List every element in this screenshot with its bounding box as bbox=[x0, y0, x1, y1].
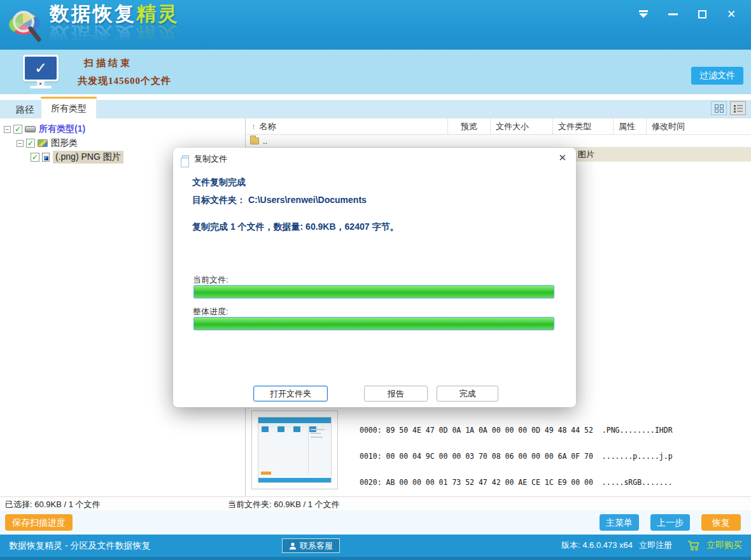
list-view-icon bbox=[734, 104, 743, 113]
app-title-main: 数据恢复 bbox=[50, 3, 136, 25]
recover-button[interactable]: 恢复 bbox=[701, 514, 741, 531]
done-button[interactable]: 完成 bbox=[437, 386, 498, 402]
list-view-button[interactable] bbox=[730, 101, 746, 115]
tree-checkbox-png[interactable]: ✓ bbox=[31, 153, 39, 162]
window-controls: ✕ bbox=[636, 8, 738, 20]
selection-status-bar: 已选择: 60.9KB / 1 个文件 当前文件夹: 60.9KB / 1 个文… bbox=[0, 496, 751, 510]
tab-all-types[interactable]: 所有类型 bbox=[41, 97, 97, 118]
preview-thumbnail bbox=[251, 410, 338, 489]
action-bar: 保存扫描进度 主菜单 上一步 恢复 bbox=[0, 510, 751, 535]
dialog-title: 复制文件 bbox=[182, 153, 227, 165]
table-row-parent-dir[interactable]: .. bbox=[246, 135, 751, 147]
app-logo: 数据恢复精灵 数据恢复精灵 bbox=[8, 4, 179, 45]
target-folder-path: C:\Users\renwei\Documents bbox=[248, 195, 367, 205]
tree-item-all-types[interactable]: − ✓ 所有类型(1) bbox=[0, 122, 245, 136]
column-header-size[interactable]: 文件大小 bbox=[490, 118, 552, 134]
app-window: 数据恢复精灵 数据恢复精灵 ✕ ✓ 扫描结束 共发现145600个文件 过滤文件… bbox=[0, 0, 751, 560]
tree-item-label: 图形类 bbox=[51, 137, 78, 149]
overall-progress-fill bbox=[194, 318, 554, 330]
column-header-name[interactable]: ↑ 名称 bbox=[246, 118, 447, 134]
version-label: 版本: 4.6.0.473 x64 bbox=[561, 540, 633, 551]
logo-magnifier-icon bbox=[8, 6, 42, 45]
check-icon: ✓ bbox=[34, 60, 47, 76]
tab-paths[interactable]: 路径 bbox=[6, 101, 43, 118]
column-header-attr[interactable]: 属性 bbox=[613, 118, 646, 134]
current-file-label: 当前文件: bbox=[193, 274, 228, 286]
tree-expander-icon[interactable]: − bbox=[4, 126, 11, 133]
overall-progress-bar bbox=[193, 317, 554, 330]
grid-view-icon bbox=[715, 104, 724, 113]
previous-step-button[interactable]: 上一步 bbox=[650, 514, 690, 531]
open-folder-button[interactable]: 打开文件夹 bbox=[253, 386, 328, 402]
tree-checkbox-all-types[interactable]: ✓ bbox=[13, 125, 22, 134]
maximize-button[interactable] bbox=[695, 8, 709, 20]
minimize-button[interactable] bbox=[666, 8, 680, 20]
menu-dropdown-icon bbox=[639, 10, 648, 12]
column-header-preview[interactable]: 预览 bbox=[447, 118, 490, 134]
maximize-icon bbox=[698, 10, 706, 18]
overall-progress-label: 整体进度: bbox=[193, 306, 228, 318]
person-icon bbox=[289, 542, 297, 550]
tree-item-label: 所有类型(1) bbox=[39, 123, 85, 135]
sort-up-icon: ↑ bbox=[251, 122, 256, 131]
grid-view-button[interactable] bbox=[711, 101, 727, 115]
buy-now-link[interactable]: 立即购买 bbox=[706, 540, 742, 551]
tree-item-label: (.png) PNG 图片 bbox=[53, 151, 123, 164]
menu-dropdown-button[interactable] bbox=[636, 8, 650, 20]
drive-icon bbox=[25, 126, 36, 132]
png-file-type-icon bbox=[42, 153, 50, 162]
selected-summary: 已选择: 60.9KB / 1 个文件 bbox=[5, 499, 101, 510]
scan-status-title: 扫描结束 bbox=[84, 57, 132, 69]
copy-complete-message: 文件复制完成 bbox=[192, 177, 246, 188]
filter-files-button[interactable]: 过滤文件 bbox=[691, 67, 743, 85]
parent-dir-label: .. bbox=[263, 136, 267, 146]
scan-result-header: ✓ 扫描结束 共发现145600个文件 过滤文件 bbox=[0, 50, 751, 94]
hex-line: 0010: 00 00 04 9C 00 00 03 70 08 06 00 0… bbox=[360, 452, 673, 461]
current-file-progress-bar bbox=[193, 285, 554, 298]
column-header-type[interactable]: 文件类型 bbox=[552, 118, 613, 134]
view-toggles bbox=[711, 101, 746, 115]
save-scan-progress-button[interactable]: 保存扫描进度 bbox=[5, 514, 73, 531]
close-button[interactable]: ✕ bbox=[724, 8, 738, 20]
hex-line: 0000: 89 50 4E 47 0D 0A 1A 0A 00 00 00 0… bbox=[360, 426, 673, 435]
titlebar: 数据恢复精灵 数据恢复精灵 ✕ bbox=[0, 0, 751, 50]
app-title-accent: 精灵 bbox=[136, 3, 179, 25]
cart-icon bbox=[687, 540, 700, 551]
target-folder-line: 目标文件夹： C:\Users\renwei\Documents bbox=[192, 195, 367, 206]
footer-tagline: 数据恢复精灵 - 分区及文件数据恢复 bbox=[9, 540, 150, 552]
app-title-reflection: 数据恢复精灵 bbox=[50, 25, 179, 45]
minimize-icon bbox=[668, 13, 678, 15]
app-title: 数据恢复精灵 bbox=[50, 4, 179, 24]
image-category-icon bbox=[38, 139, 48, 147]
main-menu-button[interactable]: 主菜单 bbox=[600, 514, 639, 531]
scan-status-subtitle: 共发现145600个文件 bbox=[78, 75, 171, 87]
scan-complete-monitor-icon: ✓ bbox=[23, 55, 59, 89]
footer-bottom-strip bbox=[0, 557, 751, 560]
tree-expander-icon[interactable]: − bbox=[17, 140, 24, 147]
current-folder-summary: 当前文件夹: 60.9KB / 1 个文件 bbox=[228, 499, 340, 510]
column-header-mtime[interactable]: 修改时间 bbox=[646, 118, 751, 134]
file-table-header: ↑ 名称 预览 文件大小 文件类型 属性 修改时间 bbox=[246, 118, 751, 135]
dialog-close-button[interactable]: ✕ bbox=[558, 153, 566, 162]
target-folder-label: 目标文件夹： bbox=[192, 195, 246, 205]
contact-support-button[interactable]: 联系客服 bbox=[282, 538, 340, 553]
copy-summary-line: 复制完成 1 个文件，数据量: 60.9KB，62407 字节。 bbox=[192, 221, 398, 233]
copy-file-icon bbox=[182, 155, 189, 164]
footer-bar: 数据恢复精灵 - 分区及文件数据恢复 联系客服 版本: 4.6.0.473 x6… bbox=[0, 535, 751, 557]
tree-checkbox-graphics[interactable]: ✓ bbox=[26, 139, 35, 148]
report-button[interactable]: 报告 bbox=[364, 386, 428, 402]
hex-line: 0020: AB 00 00 00 01 73 52 47 42 00 AE C… bbox=[360, 479, 673, 487]
footer-right: 版本: 4.6.0.473 x64 立即注册 立即购买 bbox=[561, 540, 742, 551]
copy-files-dialog: 复制文件 ✕ 文件复制完成 目标文件夹： C:\Users\renwei\Doc… bbox=[173, 148, 576, 407]
current-file-progress-fill bbox=[194, 286, 554, 298]
tab-strip: 路径 所有类型 bbox=[0, 94, 751, 118]
register-link[interactable]: 立即注册 bbox=[639, 540, 672, 551]
close-icon: ✕ bbox=[727, 9, 736, 20]
folder-icon bbox=[250, 137, 259, 144]
